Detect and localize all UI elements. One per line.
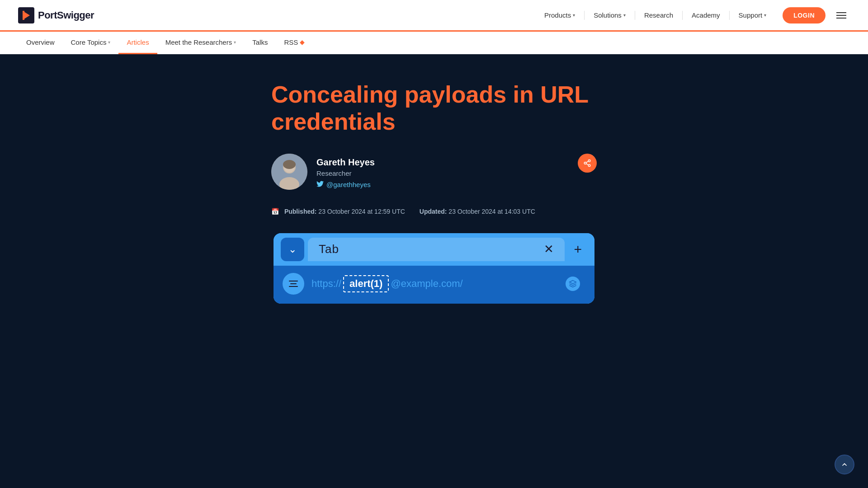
hero-image: ⌄ Tab ✕ + <box>274 233 594 304</box>
calendar-icon: 📅 <box>271 208 279 215</box>
hamburger-line-2 <box>836 15 846 16</box>
published-date: 23 October 2024 at 12:59 UTC <box>318 208 405 215</box>
sec-nav-articles[interactable]: Articles <box>118 32 157 54</box>
article-title: Concealing payloads in URL credentials <box>271 81 597 136</box>
url-part-1: https:// <box>311 278 341 290</box>
twitter-handle: @garethheyes <box>326 181 371 188</box>
nav-links: Products ▾ Solutions ▾ Research Academy <box>539 9 772 22</box>
svg-point-8 <box>588 160 590 162</box>
url-tools-icon <box>566 277 580 291</box>
tab-chevron-icon: ⌄ <box>288 244 297 255</box>
login-button[interactable]: LOGIN <box>783 7 826 23</box>
published-label: Published: <box>284 208 317 215</box>
tab-close-button[interactable]: ✕ <box>544 242 554 256</box>
nav-sep-1 <box>584 11 585 20</box>
share-icon <box>583 159 591 167</box>
rss-icon: ◆ <box>300 38 305 46</box>
nav-products[interactable]: Products ▾ <box>539 9 580 22</box>
published-date-area: 📅 Published: 23 October 2024 at 12:59 UT… <box>271 208 405 215</box>
url-content: https:// alert(1) @example.com/ <box>311 275 558 292</box>
hamburger-line-1 <box>836 12 846 13</box>
logo-link[interactable]: PortSwigger <box>18 7 94 23</box>
nav-academy[interactable]: Academy <box>686 9 726 22</box>
browser-url-bar: https:// alert(1) @example.com/ <box>274 266 594 304</box>
author-block: Gareth Heyes Researcher @garethheyes <box>271 154 597 190</box>
nav-sep-4 <box>729 11 730 20</box>
sec-nav-core-topics[interactable]: Core Topics ▾ <box>63 32 119 54</box>
solutions-chevron: ▾ <box>623 13 626 18</box>
tab-label: Tab <box>319 242 339 256</box>
hamburger-menu-button[interactable] <box>833 9 850 22</box>
svg-point-10 <box>588 164 590 167</box>
nav-solutions[interactable]: Solutions ▾ <box>588 9 631 22</box>
share-button[interactable] <box>578 154 597 173</box>
chevron-up-icon <box>841 461 848 468</box>
url-part-2: @example.com/ <box>391 278 462 290</box>
browser-tab-bar: ⌄ Tab ✕ + <box>274 233 594 266</box>
main-content: Concealing payloads in URL credentials G… <box>0 54 868 488</box>
author-info: Gareth Heyes Researcher @garethheyes <box>316 154 375 188</box>
author-twitter-link[interactable]: @garethheyes <box>316 181 375 188</box>
twitter-icon <box>316 181 324 188</box>
browser-mockup: ⌄ Tab ✕ + <box>274 233 594 304</box>
menu-line-1 <box>289 281 298 282</box>
nav-support[interactable]: Support ▾ <box>733 9 772 22</box>
core-topics-chevron: ▾ <box>108 40 110 45</box>
logo-icon <box>18 7 34 23</box>
svg-point-9 <box>584 162 586 164</box>
sec-nav-rss[interactable]: RSS ◆ <box>276 32 313 54</box>
menu-line-3 <box>289 286 298 287</box>
svg-rect-2 <box>23 11 24 20</box>
browser-menu-icon <box>283 273 304 295</box>
sec-nav-talks[interactable]: Talks <box>244 32 276 54</box>
updated-date-area: Updated: 23 October 2024 at 14:03 UTC <box>420 208 535 215</box>
dates-row: 📅 Published: 23 October 2024 at 12:59 UT… <box>271 208 597 215</box>
sec-nav-overview[interactable]: Overview <box>18 32 63 54</box>
updated-label: Updated: <box>420 208 447 215</box>
svg-line-11 <box>586 164 588 165</box>
avatar <box>271 154 307 190</box>
nav-sep-2 <box>635 11 635 20</box>
secondary-nav: Overview Core Topics ▾ Articles Meet the… <box>0 32 868 54</box>
nav-research[interactable]: Research <box>639 9 679 22</box>
author-name: Gareth Heyes <box>316 157 375 168</box>
tab-label-area: Tab ✕ <box>308 238 565 261</box>
nav-right: Products ▾ Solutions ▾ Research Academy <box>539 7 850 23</box>
updated-date: 23 October 2024 at 14:03 UTC <box>448 208 535 215</box>
url-highlight: alert(1) <box>343 275 389 292</box>
menu-line-2 <box>290 283 297 284</box>
nav-sep-3 <box>682 11 683 20</box>
svg-point-7 <box>283 160 296 169</box>
sec-nav-meet-researchers[interactable]: Meet the Researchers ▾ <box>157 32 245 54</box>
scroll-to-top-button[interactable] <box>835 455 854 474</box>
brand-name: PortSwigger <box>38 9 94 21</box>
hamburger-line-3 <box>836 18 846 19</box>
products-chevron: ▾ <box>573 13 575 18</box>
support-chevron: ▾ <box>764 13 766 18</box>
svg-line-12 <box>586 161 588 162</box>
article-container: Concealing payloads in URL credentials G… <box>253 81 615 304</box>
tab-dropdown-button[interactable]: ⌄ <box>281 238 304 261</box>
meet-researchers-chevron: ▾ <box>234 40 236 45</box>
tools-icon <box>569 280 577 288</box>
menu-lines <box>289 281 298 287</box>
top-nav: PortSwigger Products ▾ Solutions ▾ Resea… <box>0 0 868 54</box>
author-role: Researcher <box>316 169 375 177</box>
new-tab-button[interactable]: + <box>568 242 587 257</box>
